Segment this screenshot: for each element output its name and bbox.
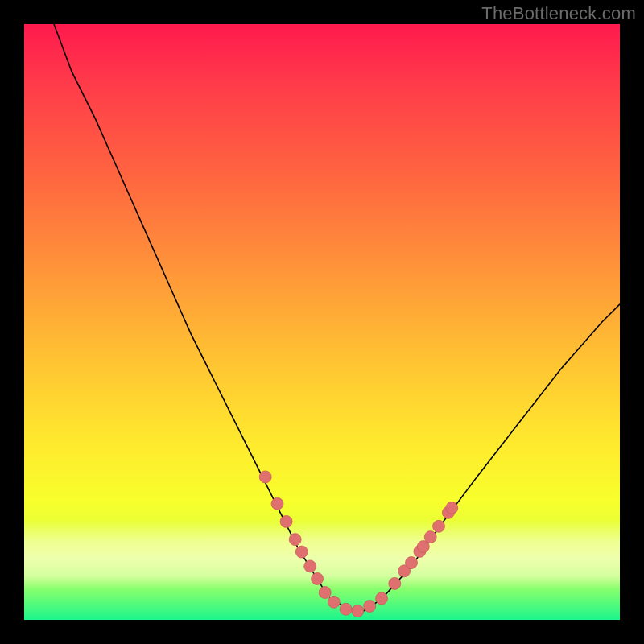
cluster-point	[312, 572, 324, 584]
plot-area	[24, 24, 620, 620]
cluster-points	[259, 471, 458, 617]
cluster-point	[319, 587, 331, 599]
cluster-point	[340, 603, 352, 615]
cluster-point	[259, 471, 271, 483]
cluster-point	[295, 546, 308, 558]
cluster-point	[364, 601, 376, 613]
cluster-point	[304, 560, 316, 572]
cluster-point	[280, 515, 292, 527]
watermark-text: TheBottleneck.com	[481, 3, 636, 24]
chart-svg	[24, 24, 620, 620]
cluster-point	[446, 502, 458, 514]
cluster-point	[406, 557, 418, 569]
bottleneck-curve	[54, 24, 620, 611]
cluster-point	[376, 592, 388, 605]
cluster-point	[389, 577, 401, 589]
chart-frame: TheBottleneck.com	[0, 0, 644, 644]
cluster-point	[328, 596, 340, 608]
cluster-point	[352, 605, 364, 617]
cluster-point	[271, 497, 283, 510]
cluster-point	[433, 520, 445, 532]
cluster-point	[424, 531, 436, 543]
cluster-point	[289, 534, 301, 546]
